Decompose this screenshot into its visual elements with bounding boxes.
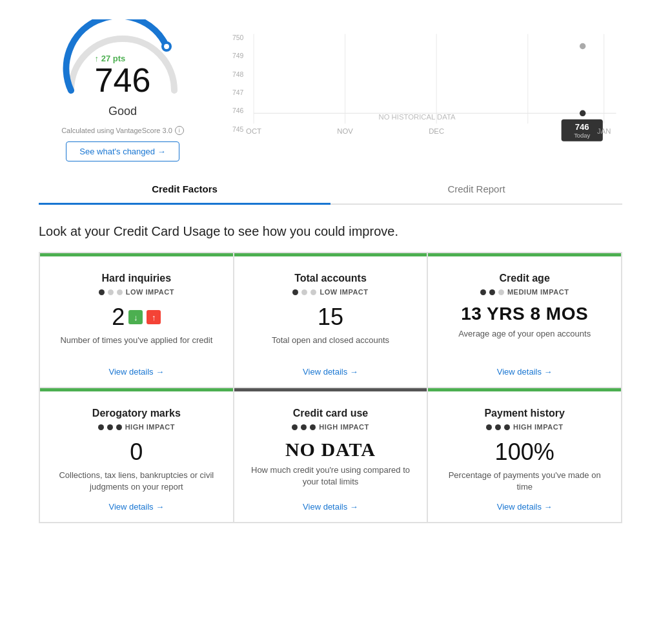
card-desc-credit-age: Average age of your open accounts [458,328,591,351]
dot-1 [292,424,298,430]
card-title-credit-age: Credit age [500,273,550,284]
svg-text:750: 750 [232,34,244,41]
card-value-credit-card-use: No Data [285,439,376,461]
dot-3 [504,424,510,430]
card-desc-derogatory-marks: Collections, tax liens, bankruptcies or … [53,470,220,493]
svg-text:749: 749 [232,52,244,59]
svg-text:747: 747 [232,89,244,96]
view-details-credit-age[interactable]: View details → [497,367,553,377]
cards-grid: Hard inquiries LOW IMPACT 2 ↓ ↑ Number o… [39,252,622,523]
dot-3 [117,289,123,295]
arrow-up-badge: ↑ [147,310,161,324]
gauge-number: 746 [95,63,151,97]
svg-text:JAN: JAN [597,127,611,135]
svg-text:NOV: NOV [337,127,353,135]
dot-3 [310,289,316,295]
view-details-credit-card-use[interactable]: View details → [303,502,358,512]
card-total-accounts: Total accounts LOW IMPACT 15 Total open … [234,253,428,388]
chart-container: 750 749 748 747 746 745 NO HISTORICAL DA… [232,19,622,149]
svg-text:DEC: DEC [429,127,444,135]
tab-credit-factors[interactable]: Credit Factors [39,174,330,203]
svg-text:746: 746 [232,107,244,114]
dot-1 [99,289,105,295]
card-derogatory-marks: Derogatory marks HIGH IMPACT 0 Collectio… [39,388,234,523]
svg-text:746: 746 [575,122,589,132]
gauge-score: ↑ 27 pts 746 [95,54,151,97]
card-value-credit-age: 13 YRS 8 MOS [461,304,588,324]
gauge-container: ↑ 27 pts 746 Good Calculated using Vanta… [39,19,207,161]
chart-prev-dot [580,43,585,49]
gauge-grade: Good [108,105,137,118]
impact-row-credit-age: MEDIUM IMPACT [480,288,569,296]
dot-2 [107,424,113,430]
card-desc-payment-history: Percentage of payments you've made on ti… [441,470,608,493]
dot-2 [489,289,495,295]
card-desc-total-accounts: Total open and closed accounts [272,335,389,358]
dot-1 [292,289,298,295]
impact-row-credit-card-use: HIGH IMPACT [292,423,369,431]
view-details-derogatory-marks[interactable]: View details → [108,502,164,512]
card-value-derogatory-marks: 0 [130,439,143,466]
dot-1 [486,424,492,430]
dot-1 [98,424,104,430]
dot-2 [495,424,501,430]
impact-row-hard-inquiries: LOW IMPACT [99,288,174,296]
card-title-credit-card-use: Credit card use [293,408,368,419]
dot-2 [108,289,114,295]
gauge-needle-inner [164,44,169,49]
svg-text:745: 745 [232,126,244,133]
gauge-wrapper: ↑ 27 pts 746 [58,19,187,97]
card-payment-history: Payment history HIGH IMPACT 100% Percent… [427,388,622,523]
svg-text:748: 748 [232,71,244,78]
dot-1 [480,289,486,295]
score-chart: 750 749 748 747 746 745 NO HISTORICAL DA… [232,26,622,142]
impact-row-derogatory-marks: HIGH IMPACT [98,423,175,431]
card-desc-hard-inquiries: Number of times you've applied for credi… [60,335,212,358]
view-details-total-accounts[interactable]: View details → [303,367,358,377]
card-title-total-accounts: Total accounts [294,273,367,284]
impact-row-total-accounts: LOW IMPACT [292,288,368,296]
card-desc-credit-card-use: How much credit you're using compared to… [247,464,414,488]
card-title-payment-history: Payment history [484,408,564,419]
card-credit-card-use: Credit card use HIGH IMPACT No Data How … [234,388,428,523]
svg-text:NO HISTORICAL DATA: NO HISTORICAL DATA [379,113,456,121]
dot-3 [310,424,316,430]
card-value-hard-inquiries: 2 ↓ ↑ [112,304,161,331]
view-details-hard-inquiries[interactable]: View details → [108,367,164,377]
dot-2 [301,289,307,295]
svg-text:OCT: OCT [246,127,261,135]
card-value-payment-history: 100% [495,439,554,466]
arrow-down-badge: ↓ [128,310,143,324]
card-value-total-accounts: 15 [318,304,343,331]
card-credit-age: Credit age MEDIUM IMPACT 13 YRS 8 MOS Av… [427,253,622,388]
svg-text:Today: Today [574,132,590,139]
chart-today-dot [580,110,585,116]
view-details-payment-history[interactable]: View details → [497,502,553,512]
dot-3 [116,424,122,430]
impact-row-payment-history: HIGH IMPACT [486,423,563,431]
card-hard-inquiries: Hard inquiries LOW IMPACT 2 ↓ ↑ Number o… [39,253,234,388]
card-title-derogatory-marks: Derogatory marks [92,408,181,419]
dot-2 [301,424,307,430]
info-icon[interactable]: i [175,126,184,135]
vantage-text: Calculated using VantageScore 3.0 i [61,126,184,135]
dot-3 [498,289,504,295]
promo-text: Look at your Credit Card Usage to see ho… [0,205,661,252]
tab-credit-report[interactable]: Credit Report [330,174,622,203]
tabs-container: Credit Factors Credit Report [39,174,622,205]
card-title-hard-inquiries: Hard inquiries [102,273,172,284]
see-changed-button[interactable]: See what's changed → [66,141,179,161]
